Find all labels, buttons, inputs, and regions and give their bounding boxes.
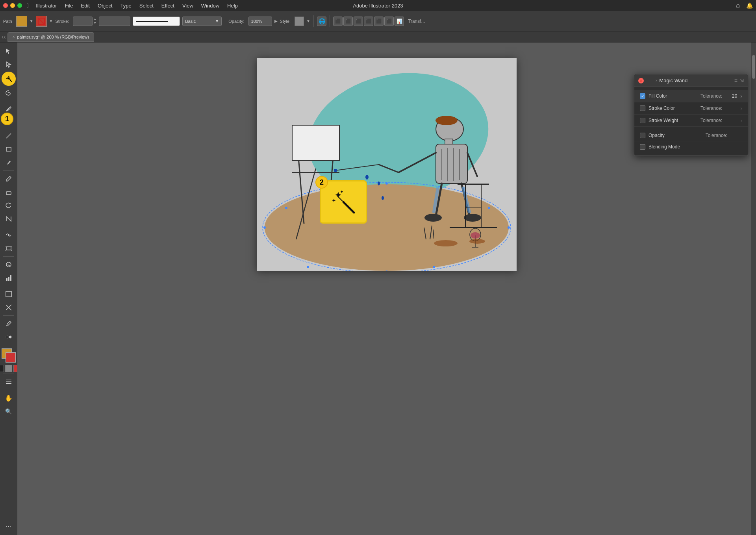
scale-tool-button[interactable]: [2, 213, 15, 225]
eraser-tool-button[interactable]: [2, 186, 15, 198]
stroke-color-tolerance-label: Tolerance:: [700, 106, 722, 111]
more-tools-button[interactable]: ···: [2, 520, 15, 533]
svg-rect-18: [8, 277, 9, 281]
free-transform-tool-button[interactable]: [2, 242, 15, 255]
menu-file[interactable]: File: [62, 2, 76, 9]
menu-window[interactable]: Window: [198, 2, 222, 9]
stroke-indicator[interactable]: [36, 16, 47, 27]
style-dropdown-icon[interactable]: ▼: [306, 19, 310, 23]
paintbrush-tool-button[interactable]: [2, 156, 15, 169]
svg-point-66: [464, 214, 481, 222]
magic-wand-panel: × › Magic Wand ≡ ⇲ Fill Color Tolerance:…: [634, 74, 748, 156]
path-label: Path: [3, 19, 12, 24]
artboard[interactable]: 2: [257, 58, 517, 271]
symbol-tool-button[interactable]: sy: [2, 258, 15, 271]
notification-icon[interactable]: 🔔: [746, 2, 753, 9]
stroke-down-arrow[interactable]: ▼: [93, 21, 96, 25]
eyedropper-tool-button[interactable]: [2, 317, 15, 330]
align-middle-button[interactable]: ⬛: [374, 17, 384, 26]
svg-line-9: [6, 133, 11, 138]
fill-tolerance-value: 20: [725, 93, 737, 99]
align-right-button[interactable]: ⬛: [354, 17, 363, 26]
scrollbar[interactable]: [751, 43, 756, 535]
menu-object[interactable]: Object: [94, 2, 116, 9]
blending-mode-checkbox[interactable]: [640, 144, 645, 150]
graph-tool-button[interactable]: [2, 272, 15, 284]
color-swatch-pair[interactable]: [2, 348, 16, 363]
menu-type[interactable]: Type: [117, 2, 135, 9]
minimize-button[interactable]: [10, 3, 15, 8]
svg-line-6: [9, 77, 10, 78]
magic-wand-tool-button[interactable]: [2, 72, 16, 86]
panel-title: Magic Wand: [659, 78, 687, 83]
fill-color-swatch[interactable]: [16, 16, 27, 27]
pencil-tool-button[interactable]: [2, 172, 15, 185]
globe-icon-button[interactable]: 🌐: [317, 17, 326, 26]
rotate-tool-button[interactable]: [2, 199, 15, 212]
scrollbar-thumb[interactable]: [752, 55, 755, 79]
lasso-tool-button[interactable]: [2, 87, 15, 99]
align-left-button[interactable]: ⬛: [333, 17, 343, 26]
align-center-button[interactable]: ⬛: [343, 17, 353, 26]
svg-point-65: [424, 214, 442, 222]
slice-tool-button[interactable]: [2, 301, 15, 314]
menu-illustrator[interactable]: Illustrator: [33, 2, 60, 9]
opacity-row: Opacity Tolerance:: [634, 130, 748, 141]
fill-color-checkbox[interactable]: [640, 93, 645, 99]
panel-menu-icon[interactable]: ≡: [734, 78, 737, 84]
tool-separator-9: [3, 390, 14, 390]
opacity-tolerance-label: Tolerance:: [706, 133, 727, 138]
panel-close-button[interactable]: ×: [638, 78, 644, 83]
svg-point-77: [471, 232, 480, 239]
home-icon[interactable]: ⌂: [736, 2, 740, 9]
menu-help[interactable]: Help: [224, 2, 241, 9]
svg-rect-19: [10, 275, 11, 281]
stroke-weight-expand-icon[interactable]: ›: [740, 117, 742, 124]
chart-icon-button[interactable]: 📊: [395, 17, 404, 26]
tool-separator-8: [3, 374, 14, 374]
stroke-color-checkbox[interactable]: [640, 106, 645, 111]
rect-tool-button[interactable]: [2, 143, 15, 156]
artboard-tool-button[interactable]: [2, 288, 15, 300]
maximize-button[interactable]: [17, 3, 22, 8]
zoom-tool-button[interactable]: 🔍: [2, 405, 15, 418]
selection-tool-button[interactable]: [2, 45, 15, 57]
stroke-up-arrow[interactable]: ▲: [93, 17, 96, 21]
document-tab[interactable]: × painter.svg* @ 200 % (RGB/Preview): [7, 32, 94, 42]
black-swatch[interactable]: [0, 365, 4, 372]
panel-expand-arrow[interactable]: ⇲: [740, 78, 744, 83]
stroke-input[interactable]: [99, 17, 130, 26]
menu-select[interactable]: Select: [136, 2, 157, 9]
background-swatch[interactable]: [6, 352, 16, 363]
opacity-checkbox[interactable]: [640, 133, 645, 138]
distribute-button[interactable]: ⬛: [384, 17, 394, 26]
menu-edit[interactable]: Edit: [78, 2, 93, 9]
collapse-panels-icon[interactable]: ‹‹: [2, 33, 6, 41]
panel-body: Fill Color Tolerance: 20 › Stroke Color …: [634, 87, 748, 156]
direct-selection-tool-button[interactable]: [2, 58, 15, 71]
tab-close-icon[interactable]: ×: [13, 35, 15, 39]
line-tool-button[interactable]: [2, 130, 15, 142]
menu-effect[interactable]: Effect: [158, 2, 178, 9]
variable-width-selector[interactable]: Basic ▼: [182, 17, 222, 26]
blend-tool-button[interactable]: [2, 331, 15, 343]
opacity-expand-icon[interactable]: ▶: [274, 19, 278, 23]
apple-icon[interactable]: : [27, 2, 29, 9]
svg-point-80: [469, 239, 485, 244]
style-swatch[interactable]: [295, 17, 304, 26]
warp-tool-button[interactable]: [2, 229, 15, 241]
stroke-weight-tolerance-label: Tolerance:: [700, 118, 722, 123]
stroke-weight-checkbox[interactable]: [640, 118, 645, 123]
stroke-weight-input[interactable]: [73, 17, 93, 26]
stroke-dropdown-icon[interactable]: ▼: [49, 19, 53, 23]
opacity-input[interactable]: [248, 17, 272, 26]
stroke-color-expand-icon[interactable]: ›: [740, 105, 742, 111]
fill-tolerance-expand-icon[interactable]: ›: [740, 93, 742, 99]
align-top-button[interactable]: ⬛: [364, 17, 373, 26]
layer-stack-button[interactable]: [2, 376, 15, 388]
close-button[interactable]: [3, 3, 8, 8]
gray-swatch[interactable]: [5, 365, 12, 372]
fill-dropdown-icon[interactable]: ▼: [30, 19, 33, 23]
menu-view[interactable]: View: [179, 2, 196, 9]
hand-tool-button[interactable]: ✋: [2, 392, 15, 404]
